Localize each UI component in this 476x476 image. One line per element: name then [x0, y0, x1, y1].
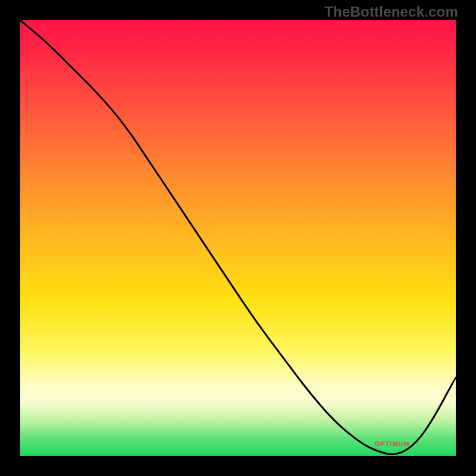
- optimum-marker: OPTIMUM: [375, 440, 410, 447]
- chart-frame: TheBottleneck.com OPTIMUM: [0, 0, 476, 476]
- source-attribution: TheBottleneck.com: [324, 4, 458, 20]
- curve-overlay: [20, 20, 456, 456]
- bottleneck-curve: [20, 20, 456, 455]
